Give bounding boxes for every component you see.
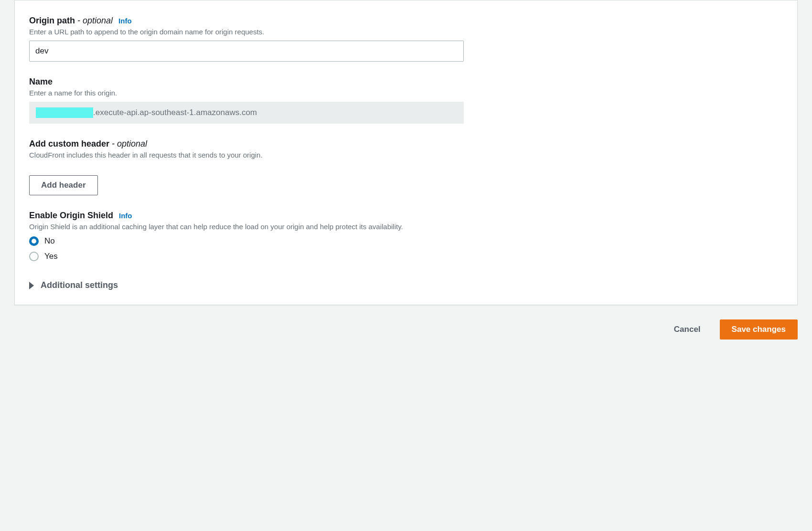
origin-path-description: Enter a URL path to append to the origin… — [29, 28, 783, 36]
origin-name-label: Name — [29, 77, 53, 87]
origin-path-input[interactable] — [29, 41, 464, 62]
origin-shield-field: Enable Origin Shield Info Origin Shield … — [29, 211, 783, 261]
custom-header-field: Add custom header - optional CloudFront … — [29, 139, 783, 195]
origin-shield-radio-no[interactable]: No — [29, 236, 783, 246]
radio-selected-icon — [29, 236, 39, 246]
additional-settings-toggle[interactable]: Additional settings — [29, 280, 783, 290]
origin-name-field: Name Enter a name for this origin. .exec… — [29, 77, 783, 124]
caret-right-icon — [29, 282, 34, 289]
origin-shield-info-link[interactable]: Info — [119, 212, 132, 220]
add-header-button[interactable]: Add header — [29, 175, 98, 195]
origin-shield-yes-label: Yes — [44, 252, 58, 261]
origin-path-info-link[interactable]: Info — [118, 17, 132, 25]
origin-path-field: Origin path - optional Info Enter a URL … — [29, 16, 783, 62]
origin-name-description: Enter a name for this origin. — [29, 89, 783, 97]
additional-settings-label: Additional settings — [41, 280, 118, 290]
footer-actions: Cancel Save changes — [14, 319, 798, 340]
origin-shield-radio-yes[interactable]: Yes — [29, 252, 783, 261]
save-changes-button[interactable]: Save changes — [720, 319, 798, 340]
radio-unselected-icon — [29, 252, 39, 261]
custom-header-description: CloudFront includes this header in all r… — [29, 151, 783, 159]
origin-name-readonly: .execute-api.ap-southeast-1.amazonaws.co… — [29, 102, 464, 124]
origin-settings-panel: Origin path - optional Info Enter a URL … — [14, 0, 798, 305]
origin-name-suffix: .execute-api.ap-southeast-1.amazonaws.co… — [93, 108, 257, 117]
origin-shield-description: Origin Shield is an additional caching l… — [29, 223, 783, 231]
custom-header-label: Add custom header - optional — [29, 139, 147, 149]
redacted-prefix — [36, 107, 93, 118]
origin-shield-label: Enable Origin Shield — [29, 211, 113, 221]
cancel-button[interactable]: Cancel — [662, 319, 712, 340]
origin-shield-no-label: No — [44, 236, 55, 246]
origin-path-label: Origin path - optional — [29, 16, 113, 26]
